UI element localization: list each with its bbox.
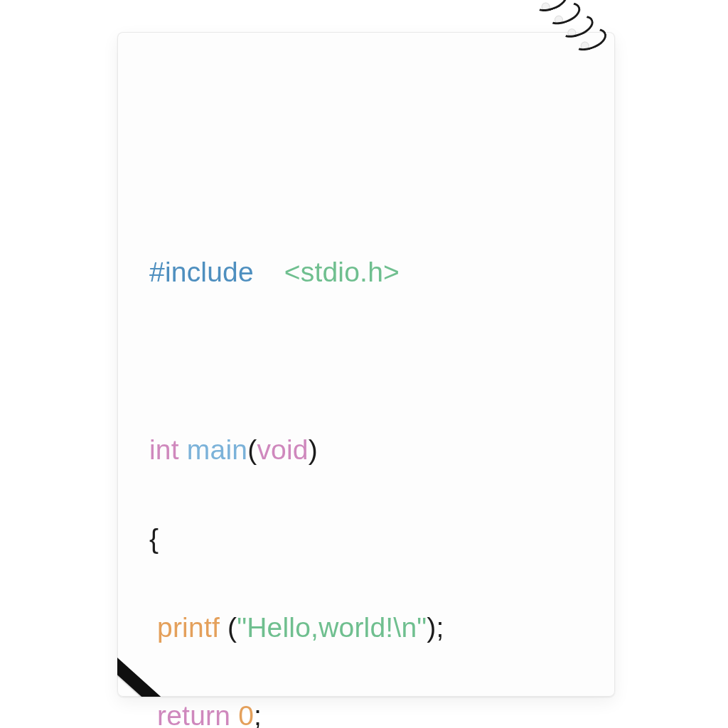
- code-block: #include<stdio.h> int main(void) { print…: [149, 206, 587, 728]
- spiral-hole: [552, 14, 564, 26]
- token-return: return: [157, 700, 230, 728]
- spiral-coil: [543, 0, 584, 28]
- token-include-directive: #include: [149, 257, 254, 287]
- code-line-3: {: [149, 517, 587, 561]
- token-string-literal: "Hello,world!\n": [237, 612, 427, 643]
- spiral-coil: [530, 0, 571, 16]
- token-zero: 0: [238, 700, 254, 728]
- token-call-printf: printf: [157, 612, 220, 643]
- token-semicolon: ;: [254, 700, 262, 728]
- token-type-int: int: [149, 434, 179, 465]
- spiral-hole: [540, 1, 552, 13]
- code-blank-line: [149, 339, 587, 383]
- token-args-open: (: [220, 612, 237, 643]
- token-fn-main: main: [187, 434, 247, 465]
- token-brace-open: {: [149, 523, 159, 554]
- code-line-1: #include<stdio.h>: [149, 250, 587, 294]
- token-args-close: );: [427, 612, 444, 643]
- spiral-coil: [517, 0, 557, 3]
- code-line-4: printf ("Hello,world!\n");: [149, 606, 587, 650]
- code-line-5: return 0;: [149, 694, 587, 728]
- notebook: #include<stdio.h> int main(void) { print…: [117, 32, 615, 697]
- code-line-2: int main(void): [149, 428, 587, 472]
- token-type-void: void: [257, 434, 308, 465]
- product-stage: #include<stdio.h> int main(void) { print…: [0, 0, 728, 728]
- token-paren-open: (: [247, 434, 257, 465]
- token-paren-close: ): [309, 434, 318, 465]
- token-header: <stdio.h>: [284, 257, 400, 287]
